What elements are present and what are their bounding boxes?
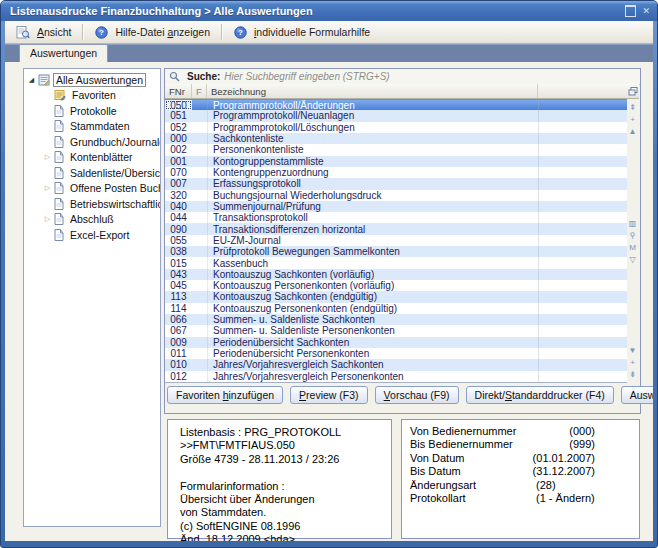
cell-empty xyxy=(538,280,627,291)
close-icon[interactable]: ✕ xyxy=(642,6,650,17)
table-row[interactable]: 009Periodenübersicht Sachkonten xyxy=(165,337,627,348)
column-header-bezeichnung[interactable]: Bezeichnung xyxy=(207,84,538,98)
table-row[interactable]: 043Kontoauszug Sachkonten (vorläufig) xyxy=(165,269,627,280)
tree-item-saldenliste-bersicht[interactable]: Saldenliste/Übersicht xyxy=(24,165,160,181)
table-row[interactable]: 012Jahres/Vorjahresvergleich Personenkon… xyxy=(165,371,627,382)
table-row[interactable]: 001Kontogruppenstammliste xyxy=(165,156,627,167)
table-row[interactable]: 040Summenjournal/Prüfung xyxy=(165,201,627,212)
tree-item-offene-posten-buchhaltung[interactable]: ▷Offene Posten Buchhaltung xyxy=(24,181,160,197)
table-row[interactable]: 002Personenkontenliste xyxy=(165,144,627,155)
scroll-up-icon[interactable]: ▲ xyxy=(627,127,638,136)
cell-f xyxy=(192,348,207,359)
search-field[interactable]: Suche: Hier Suchbegriff eingeben (STRG+S… xyxy=(165,69,640,85)
tree-collapsed-icon[interactable]: ▷ xyxy=(41,153,54,161)
cell-f xyxy=(192,133,207,144)
tree-item-betriebswirtschaftliche-auswertungen[interactable]: Betriebswirtschaftliche Auswertungen xyxy=(24,196,160,212)
grid-side-toolbar: ⇞+▲▥⚲M▽▼+⇟ xyxy=(626,84,639,381)
info-line: Übersicht über Änderungen xyxy=(180,493,391,506)
column-header-f[interactable]: F xyxy=(192,84,207,98)
tree-label: Kontenblätter xyxy=(67,150,135,164)
tree-panel: ◢Alle AuswertungenFavoritenProtokolleSta… xyxy=(23,68,161,527)
go-last-icon[interactable]: ⇟ xyxy=(627,370,638,379)
table-row[interactable]: 015Kassenbuch xyxy=(165,257,627,268)
table-row[interactable]: 011Periodenübersicht Personenkonten xyxy=(165,348,627,359)
tree-collapsed-icon[interactable]: ▷ xyxy=(41,215,54,223)
tab-auswertungen[interactable]: Auswertungen xyxy=(19,44,108,62)
cell-empty xyxy=(538,235,627,246)
tree-item-kontenbl-tter[interactable]: ▷Kontenblätter xyxy=(24,150,160,166)
cell-empty xyxy=(538,291,627,302)
tree-expanded-icon[interactable]: ◢ xyxy=(25,76,38,84)
filter-icon[interactable]: ▽ xyxy=(627,255,638,264)
cell-f xyxy=(192,269,207,280)
insert-row-icon[interactable]: + xyxy=(627,115,638,124)
table-row[interactable]: 070Kontengruppenzuordnung xyxy=(165,167,627,178)
cell-empty xyxy=(538,314,627,325)
cell-empty xyxy=(538,359,627,370)
cell-fnr: 055 xyxy=(165,235,192,246)
table-row[interactable]: 052Programmprotokoll/Löschungen xyxy=(165,122,627,133)
table-row[interactable]: 038Prüfprotokoll Bewegungen Sammelkonten xyxy=(165,246,627,257)
table-row[interactable]: 000Sachkontenliste xyxy=(165,133,627,144)
cell-bezeichnung: Programmprotokoll/Löschungen xyxy=(207,122,538,133)
search-icon[interactable]: ⚲ xyxy=(627,231,638,240)
preview-f3-button[interactable]: Preview (F3) xyxy=(290,386,368,404)
vorschau-f9-button[interactable]: Vorschau (F9) xyxy=(375,386,459,404)
cell-empty xyxy=(538,348,627,359)
cell-bezeichnung: Kassenbuch xyxy=(207,257,538,268)
cell-bezeichnung: Programmprotokoll/Neuanlagen xyxy=(207,110,538,121)
tree-collapsed-icon[interactable]: ▷ xyxy=(41,184,54,192)
parameter-value: (31.12.2007) xyxy=(533,465,595,478)
columns-icon[interactable]: ▥ xyxy=(627,219,638,228)
doc-icon xyxy=(54,213,64,225)
table-row[interactable]: 045Kontoauszug Personenkonten (vorläufig… xyxy=(165,280,627,291)
tree-item-stammdaten[interactable]: Stammdaten xyxy=(24,119,160,135)
table-row[interactable]: 055EU-ZM-Journal xyxy=(165,235,627,246)
cell-fnr: 009 xyxy=(165,337,192,348)
cell-f xyxy=(192,122,207,133)
auswertung-drucken-button[interactable]: Auswertung drucken xyxy=(621,386,653,404)
table-row[interactable]: 113Kontoauszug Sachkonten (endgültig) xyxy=(165,291,627,302)
table-row[interactable]: 044Transaktionsprotokoll xyxy=(165,212,627,223)
table-row[interactable]: 007Erfassungsprotokoll xyxy=(165,178,627,189)
table-row[interactable]: 051Programmprotokoll/Neuanlagen xyxy=(165,110,627,121)
cell-fnr: 090 xyxy=(165,223,192,234)
table-row[interactable]: 050Programmprotokoll/Änderungen xyxy=(165,99,627,110)
favoriten-hinzuf-gen-button[interactable]: Favoriten hinzufügen xyxy=(167,386,283,404)
doc-icon xyxy=(54,120,64,132)
cell-empty xyxy=(538,190,627,201)
tree-item-favoriten[interactable]: Favoriten xyxy=(24,88,160,104)
column-chooser-icon[interactable] xyxy=(626,84,639,99)
table-row[interactable]: 066Summen- u. Saldenliste Sachkonten xyxy=(165,314,627,325)
tree-item-excel-export[interactable]: Excel-Export xyxy=(24,227,160,243)
table-row[interactable]: 067Summen- u. Saldenliste Personenkonten xyxy=(165,325,627,336)
cell-fnr: 002 xyxy=(165,144,192,155)
cell-f xyxy=(192,190,207,201)
toolbar-button-ansicht[interactable]: Ansicht xyxy=(9,24,78,41)
column-header-fnr[interactable]: FNr xyxy=(165,84,192,98)
cell-bezeichnung: Kontoauszug Personenkonten (vorläufig) xyxy=(207,280,538,291)
table-row[interactable]: 010Jahres/Vorjahresvergleich Sachkonten xyxy=(165,359,627,370)
direkt-standarddrucker-f4-button[interactable]: Direkt/Standarddrucker (F4) xyxy=(466,386,614,404)
action-buttons: Favoriten hinzufügenPreview (F3)Vorschau… xyxy=(167,386,653,404)
cell-empty xyxy=(538,212,627,223)
table-row[interactable]: 114Kontoauszug Personenkonten (endgültig… xyxy=(165,303,627,314)
toolbar-button-hilfe-datei-anzeigen[interactable]: ?Hilfe-Datei anzeigen xyxy=(88,24,217,41)
toolbar-button-individuelle-formularhilfe[interactable]: ?individuelle Formularhilfe xyxy=(227,24,377,41)
svg-text:?: ? xyxy=(238,28,243,37)
tree-item-abschlu[interactable]: ▷Abschluß xyxy=(24,212,160,228)
table-row[interactable]: 090Transaktionsdifferenzen horizontal xyxy=(165,223,627,234)
scroll-down-icon[interactable]: ▼ xyxy=(627,346,638,355)
memo-icon[interactable]: M xyxy=(627,243,638,252)
go-first-icon[interactable]: ⇞ xyxy=(627,103,638,112)
cell-fnr: 007 xyxy=(165,178,192,189)
parameter-value: (000) xyxy=(569,425,595,438)
table-row[interactable]: 320Buchungsjournal Wiederholungsdruck xyxy=(165,190,627,201)
restore-icon[interactable] xyxy=(625,5,636,17)
insert-row-end-icon[interactable]: + xyxy=(627,358,638,367)
tree-item-grundbuch-journale[interactable]: Grundbuch/Journale xyxy=(24,134,160,150)
tree-item-protokolle[interactable]: Protokolle xyxy=(24,103,160,119)
cell-empty xyxy=(538,122,627,133)
tree-item-alle-auswertungen[interactable]: ◢Alle Auswertungen xyxy=(24,72,160,88)
window-controls: ✕ xyxy=(625,5,650,17)
